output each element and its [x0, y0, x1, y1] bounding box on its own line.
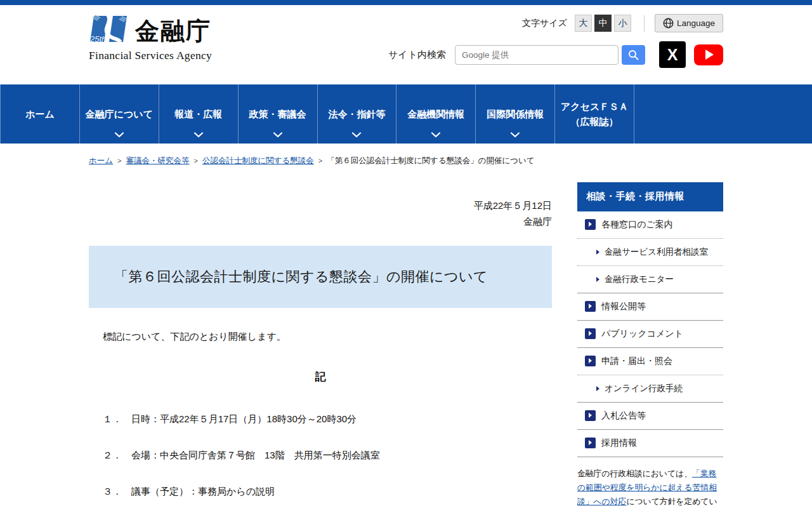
- chevron-down-icon: [193, 132, 203, 138]
- sidebar-item[interactable]: オンライン行政手続: [577, 375, 723, 403]
- sidebar-item[interactable]: 入札公告等: [577, 403, 723, 430]
- sidebar-item[interactable]: 情報公開等: [577, 293, 723, 321]
- publish-date: 平成22年５月12日: [89, 197, 552, 213]
- youtube-social-button[interactable]: [694, 44, 723, 65]
- nav-item-label: 報道・広報: [174, 107, 222, 121]
- sidebar-item[interactable]: 申請・届出・照会: [577, 348, 723, 375]
- breadcrumb-separator: >: [318, 157, 322, 164]
- sidebar-item-label: 入札公告等: [601, 410, 646, 422]
- body-list: １． 日時：平成22年５月17日（月）18時30分～20時30分２． 会場：中央…: [103, 413, 552, 498]
- language-button-label: Language: [677, 18, 715, 28]
- sidebar-item[interactable]: 各種窓口のご案内: [577, 211, 723, 239]
- nav-item-label: ホーム: [25, 107, 55, 121]
- chevron-down-icon: [273, 132, 282, 138]
- body-list-item: １． 日時：平成22年５月17日（月）18時30分～20時30分: [103, 413, 552, 425]
- publish-agency: 金融庁: [89, 213, 552, 229]
- sidebar: 相談・手続・採用情報 各種窓口のご案内 金融サービス利用者相談室 金融行政モニタ…: [577, 182, 723, 508]
- nav-item-label: 金融機関情報: [407, 107, 464, 121]
- sidebar-item[interactable]: 金融行政モニター: [577, 266, 723, 293]
- page-title: 「第６回公認会計士制度に関する懇談会」の開催について: [89, 246, 552, 308]
- site-search-input[interactable]: [455, 45, 619, 65]
- breadcrumb-current: 「第６回公認会計士制度に関する懇談会」の開催について: [327, 156, 534, 165]
- arrow-triangle-icon: [596, 386, 599, 391]
- arrow-triangle-icon: [596, 250, 599, 255]
- font-size-button[interactable]: 小: [614, 15, 631, 32]
- top-accent-bar: [0, 0, 812, 5]
- nav-item[interactable]: 国際関係情報: [476, 84, 555, 144]
- sidebar-item[interactable]: 採用情報: [577, 430, 723, 457]
- breadcrumb-link[interactable]: 審議会・研究会等: [126, 156, 190, 165]
- arrow-square-icon: [585, 410, 596, 421]
- arrow-square-icon: [585, 356, 596, 366]
- language-button[interactable]: Language: [655, 14, 723, 32]
- sidebar-item[interactable]: 金融サービス利用者相談室: [577, 239, 723, 266]
- logo-title: 金融庁: [135, 19, 211, 43]
- arrow-square-icon: [585, 219, 596, 230]
- x-icon: X: [667, 46, 678, 64]
- nav-item[interactable]: アクセスＦＳＡ （広報誌）: [555, 84, 634, 144]
- logo-subtitle: Financial Services Agency: [89, 49, 212, 62]
- body-list-item: ３． 議事（予定）：事務局からの説明: [103, 486, 552, 498]
- main-content: 平成22年５月12日 金融庁 「第６回公認会計士制度に関する懇談会」の開催につい…: [89, 182, 552, 508]
- main-nav: ホーム 金融庁について 報道・広報 政策・審議会 法令・指針等 金融機関情報 国…: [0, 84, 812, 144]
- chevron-down-icon: [352, 132, 362, 138]
- chevron-down-icon: [114, 132, 124, 138]
- sidebar-item-label: 金融行政モニター: [605, 274, 674, 285]
- breadcrumb-link[interactable]: 公認会計士制度に関する懇談会: [202, 156, 314, 165]
- nav-item-label: 国際関係情報: [487, 107, 544, 121]
- chevron-down-icon: [431, 132, 441, 138]
- site-header: 25th 金融庁 Financial Services Agency 文字サイズ…: [0, 5, 812, 84]
- nav-item-label: アクセスＦＳＡ （広報誌）: [561, 99, 628, 129]
- chevron-down-icon: [511, 132, 520, 138]
- site-search-label: サイト内検索: [388, 49, 446, 61]
- arrow-triangle-icon: [596, 277, 599, 282]
- nav-item[interactable]: 金融庁について: [80, 84, 159, 144]
- nav-item-label: 金融庁について: [86, 107, 153, 121]
- breadcrumb-link[interactable]: ホーム: [89, 156, 113, 165]
- intro-text: 標記について、下記のとおり開催します。: [89, 331, 552, 343]
- arrow-square-icon: [585, 438, 596, 448]
- sidebar-list: 各種窓口のご案内 金融サービス利用者相談室 金融行政モニター 情報公開等 パブリ…: [577, 211, 723, 457]
- globe-icon: [663, 18, 674, 29]
- breadcrumb-separator: >: [117, 157, 121, 164]
- sidebar-item-label: 各種窓口のご案内: [601, 219, 673, 231]
- sidebar-note: 金融庁の行政相談においては、「業務の範囲や程度を明らかに超える苦情相談」への対応…: [577, 467, 723, 508]
- x-social-button[interactable]: X: [659, 41, 686, 68]
- youtube-play-icon: [705, 50, 714, 60]
- header-divider: [644, 15, 645, 32]
- date-block: 平成22年５月12日 金融庁: [89, 197, 552, 229]
- nav-item[interactable]: 報道・広報: [159, 84, 239, 144]
- search-button[interactable]: [622, 45, 645, 65]
- font-size-label: 文字サイズ: [522, 18, 567, 29]
- fsa-logo[interactable]: 25th 金融庁 Financial Services Agency: [89, 14, 212, 62]
- sidebar-item-label: オンライン行政手続: [605, 383, 683, 394]
- nav-item-label: 法令・指針等: [328, 107, 385, 121]
- nav-item[interactable]: 政策・審議会: [239, 84, 318, 144]
- ki-heading: 記: [89, 370, 552, 384]
- font-size-button[interactable]: 中: [594, 15, 612, 32]
- sidebar-item[interactable]: パブリックコメント: [577, 321, 723, 348]
- nav-item[interactable]: 法令・指針等: [318, 84, 397, 144]
- font-size-buttons: 大中小: [572, 15, 631, 32]
- search-icon: [628, 50, 639, 60]
- nav-item-label: 政策・審議会: [249, 107, 306, 121]
- breadcrumb-separator: >: [194, 157, 198, 164]
- fsa-logo-mark-icon: 25th: [89, 14, 131, 48]
- body-list-item: ２． 会場：中央合同庁舎第７号館 13階 共用第一特別会議室: [103, 450, 552, 462]
- font-size-button[interactable]: 大: [575, 15, 592, 32]
- sidebar-note-pre: 金融庁の行政相談においては、: [577, 469, 692, 478]
- sidebar-item-label: パブリックコメント: [601, 328, 683, 340]
- sidebar-item-label: 情報公開等: [601, 301, 646, 312]
- sidebar-item-label: 申請・届出・照会: [601, 356, 672, 367]
- arrow-square-icon: [585, 328, 596, 339]
- sidebar-header: 相談・手続・採用情報: [577, 182, 723, 211]
- logo-25th-badge: 25th: [89, 34, 106, 44]
- breadcrumb: ホーム>審議会・研究会等>公認会計士制度に関する懇談会>「第６回公認会計士制度に…: [89, 156, 723, 167]
- sidebar-item-label: 採用情報: [601, 438, 637, 449]
- arrow-square-icon: [585, 301, 596, 312]
- nav-item[interactable]: ホーム: [1, 84, 80, 144]
- sidebar-item-label: 金融サービス利用者相談室: [605, 246, 708, 258]
- nav-list: ホーム 金融庁について 報道・広報 政策・審議会 法令・指針等 金融機関情報 国…: [0, 84, 634, 144]
- nav-item[interactable]: 金融機関情報: [396, 84, 476, 144]
